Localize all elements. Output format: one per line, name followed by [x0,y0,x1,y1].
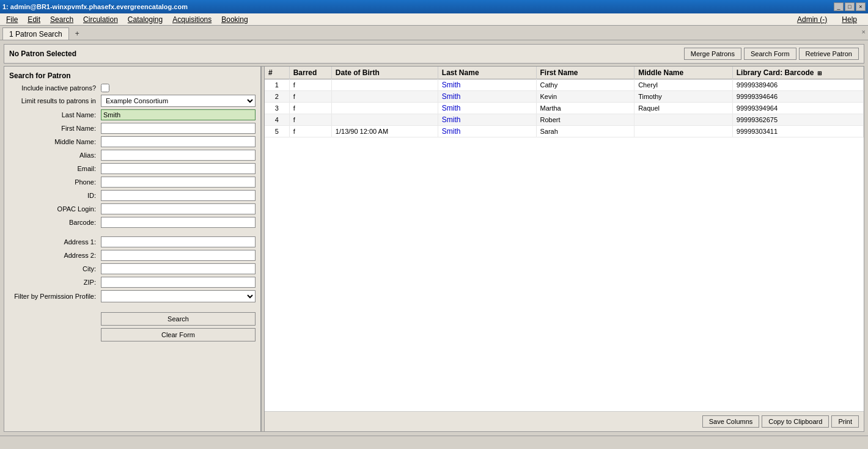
col-header-num[interactable]: # [265,67,289,79]
menu-bar: File Edit Search Circulation Cataloging … [0,13,868,26]
alias-input[interactable] [101,150,256,161]
menu-right: Admin (-) Help [792,14,867,25]
search-form-title: Search for Patron [9,71,256,80]
top-buttons: Merge Patrons Search Form Retrieve Patro… [684,48,859,60]
first-name-row: First Name: [9,123,256,134]
first-name-input[interactable] [101,123,256,134]
menu-items: File Edit Search Circulation Cataloging … [1,14,253,25]
menu-file[interactable]: File [1,14,23,25]
expand-icon: ⊞ [817,70,822,76]
col-header-barcode[interactable]: Library Card: Barcode ⊞ [732,67,863,79]
filter-profile-select[interactable] [101,290,256,302]
phone-input[interactable] [101,177,256,188]
zip-row: ZIP: [9,277,256,288]
col-header-middle-name[interactable]: Middle Name [634,67,733,79]
cell-barcode: 99999394964 [732,103,863,114]
menu-circulation[interactable]: Circulation [78,14,123,25]
barcode-row: Barcode: [9,217,256,228]
maximize-button[interactable]: □ [845,2,855,11]
id-label: ID: [9,192,101,199]
menu-search[interactable]: Search [45,14,78,25]
cell-barred: f [289,91,331,103]
menu-admin[interactable]: Admin (-) [792,14,832,25]
cell-middle-name [634,126,733,137]
col-header-dob[interactable]: Date of Birth [331,67,438,79]
cell-last-name: Smith [438,126,536,137]
menu-help[interactable]: Help [837,14,862,25]
cell-last-name: Smith [438,79,536,91]
cell-first-name: Sarah [536,126,634,137]
alias-label: Alias: [9,151,101,159]
cell-dob: 1/13/90 12:00 AM [331,126,438,137]
results-footer: Save Columns Copy to Clipboard Print [265,411,864,431]
menu-booking[interactable]: Booking [216,14,252,25]
tab-add-button[interactable]: + [70,27,84,40]
address2-row: Address 2: [9,250,256,261]
opac-login-input[interactable] [101,203,256,214]
table-row[interactable]: 1 f Smith Cathy Cheryl 99999389406 [265,79,864,91]
merge-patrons-button[interactable]: Merge Patrons [684,48,741,60]
cell-last-name: Smith [438,91,536,103]
limit-results-select[interactable]: Example Consortium [101,95,256,107]
table-row[interactable]: 3 f Smith Martha Raquel 99999394964 [265,103,864,114]
id-row: ID: [9,190,256,201]
results-tbody: 1 f Smith Cathy Cheryl 99999389406 2 f S… [265,79,864,137]
patron-status: No Patron Selected [9,49,76,58]
opac-login-row: OPAC Login: [9,203,256,214]
address1-input[interactable] [101,236,256,247]
table-row[interactable]: 5 f 1/13/90 12:00 AM Smith Sarah 9999930… [265,126,864,137]
tab-patron-search[interactable]: 1 Patron Search [2,27,69,40]
barcode-input[interactable] [101,217,256,228]
cell-barcode: 99999389406 [732,79,863,91]
id-input[interactable] [101,190,256,201]
col-header-last-name[interactable]: Last Name [438,67,536,79]
menu-acquisitions[interactable]: Acquisitions [167,14,216,25]
zip-input[interactable] [101,277,256,288]
close-window-button[interactable]: × [856,2,866,11]
address1-row: Address 1: [9,236,256,247]
menu-cataloging[interactable]: Cataloging [123,14,167,25]
col-header-barred[interactable]: Barred [289,67,331,79]
cell-middle-name: Timothy [634,91,733,103]
middle-name-input[interactable] [101,136,256,147]
title-bar-text: 1: admin@BR1-winxpvmfx.phasefx.evergreen… [2,3,188,10]
col-header-first-name[interactable]: First Name [536,67,634,79]
last-name-input[interactable] [101,109,256,120]
save-columns-button[interactable]: Save Columns [702,415,760,428]
email-row: Email: [9,163,256,174]
table-row[interactable]: 4 f Smith Robert 99999362675 [265,114,864,126]
cell-barcode: 99999362675 [732,114,863,126]
cell-dob [331,114,438,126]
address2-input[interactable] [101,250,256,261]
tab-close-button[interactable]: × [862,28,866,35]
copy-to-clipboard-button[interactable]: Copy to Clipboard [762,415,829,428]
cell-num: 4 [265,114,289,126]
title-bar-controls[interactable]: _ □ × [834,2,866,11]
search-button[interactable]: Search [101,312,256,326]
cell-first-name: Robert [536,114,634,126]
print-button[interactable]: Print [831,415,859,428]
address1-label: Address 1: [9,238,101,246]
cell-num: 5 [265,126,289,137]
include-inactive-checkbox[interactable] [101,84,109,92]
title-bar: 1: admin@BR1-winxpvmfx.phasefx.evergreen… [0,0,868,13]
table-row[interactable]: 2 f Smith Kevin Timothy 99999394646 [265,91,864,103]
cell-middle-name [634,114,733,126]
email-label: Email: [9,165,101,172]
cell-num: 3 [265,103,289,114]
search-form-button[interactable]: Search Form [744,48,796,60]
clear-form-button[interactable]: Clear Form [101,328,256,341]
content-panel: Search for Patron Include inactive patro… [4,66,864,432]
tab-bar: 1 Patron Search + × [0,26,868,40]
email-input[interactable] [101,163,256,174]
cell-barcode: 99999394646 [732,91,863,103]
results-panel: # Barred Date of Birth Last Name First N… [265,67,864,431]
tab-patron-search-label: 1 Patron Search [9,30,62,38]
minimize-button[interactable]: _ [834,2,844,11]
filter-profile-label: Filter by Permission Profile: [9,293,101,300]
cell-dob [331,103,438,114]
city-input[interactable] [101,263,256,274]
retrieve-patron-button[interactable]: Retrieve Patron [799,48,859,60]
last-name-row: Last Name: [9,109,256,120]
menu-edit[interactable]: Edit [23,14,45,25]
